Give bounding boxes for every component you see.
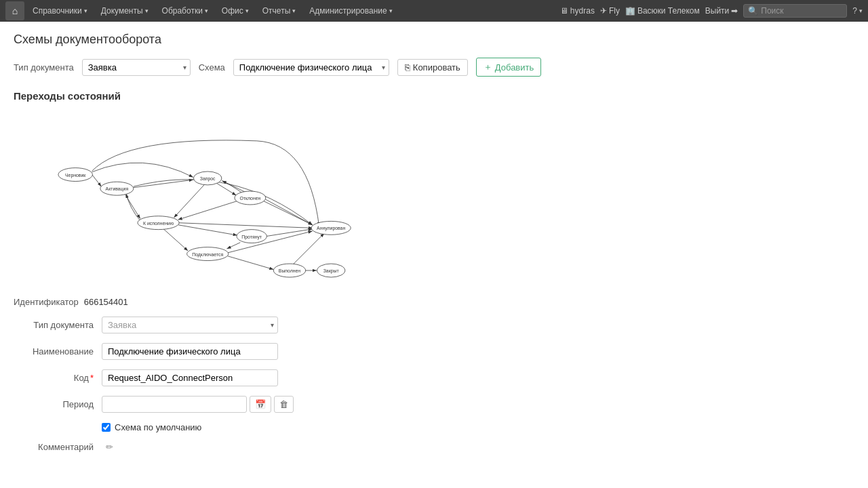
form-comment-label: Комментарий <box>14 442 102 452</box>
nav-item-admin[interactable]: Администрирование ▾ <box>304 3 397 18</box>
svg-text:Протянут: Протянут <box>241 235 262 240</box>
search-icon: 🔍 <box>748 6 758 16</box>
chevron-down-icon: ▾ <box>859 7 863 14</box>
doc-type-select[interactable]: Заявка <box>82 59 191 76</box>
svg-line-6 <box>222 181 313 225</box>
nav-vasuky[interactable]: 🏢 Васюки Телеком <box>625 6 700 16</box>
svg-line-12 <box>226 243 240 249</box>
chevron-down-icon: ▾ <box>84 7 87 14</box>
form-doc-type-row: Тип документа Заявка ▾ <box>14 317 854 333</box>
default-schema-checkbox[interactable] <box>102 423 111 432</box>
svg-line-14 <box>227 256 273 270</box>
exit-icon: ➡ <box>731 6 738 16</box>
form-comment-row: Комментарий ✏ <box>14 442 854 452</box>
svg-text:Отклонен: Отклонен <box>239 196 260 201</box>
diagram-section: Переходы состояний <box>14 90 854 286</box>
page-title: Схемы документооборота <box>14 33 854 47</box>
diagram-title: Переходы состояний <box>14 90 854 102</box>
help-button[interactable]: ? ▾ <box>852 6 863 16</box>
nav-item-office[interactable]: Офис ▾ <box>216 3 254 18</box>
doc-type-select-wrap: Заявка ▾ <box>82 59 191 76</box>
calendar-button[interactable]: 📅 <box>250 396 271 413</box>
search-box[interactable]: 🔍 <box>743 4 847 18</box>
copy-button[interactable]: ⎘ Копировать <box>397 59 468 76</box>
main-content: Схемы документооборота Тип документа Зая… <box>0 22 868 472</box>
add-button[interactable]: ＋ Добавить <box>476 58 541 77</box>
svg-line-11 <box>178 223 313 228</box>
form-doc-type-select[interactable]: Заявка <box>102 317 278 333</box>
company-icon: 🏢 <box>625 6 635 16</box>
monitor-icon: 🖥 <box>560 6 568 16</box>
navbar-right: 🖥 hydras ✈ Fly 🏢 Васюки Телеком Выйти ➡ … <box>560 4 863 18</box>
svg-line-9 <box>178 225 237 235</box>
schema-select[interactable]: Подключение физического лица <box>233 59 389 76</box>
copy-icon: ⎘ <box>405 62 410 73</box>
chevron-down-icon: ▾ <box>292 7 296 14</box>
nav-item-proc[interactable]: Обработки ▾ <box>157 3 214 18</box>
form-section: Идентификатор 666154401 Тип документа За… <box>14 297 854 452</box>
nav-item-reports[interactable]: Отчеты ▾ <box>257 3 301 18</box>
nav-fly[interactable]: ✈ Fly <box>600 6 620 16</box>
svg-line-7 <box>266 199 313 224</box>
form-period-row: Период 📅 🗑 <box>14 396 854 413</box>
clear-period-button[interactable]: 🗑 <box>274 396 294 413</box>
period-wrap: 📅 🗑 <box>102 396 294 413</box>
form-code-row: Код <box>14 369 854 386</box>
form-period-label: Период <box>14 399 102 409</box>
id-label: Идентификатор <box>14 297 79 307</box>
schema-select-wrap: Подключение физического лица ▾ <box>233 59 389 76</box>
chevron-down-icon: ▾ <box>145 7 149 14</box>
plane-icon: ✈ <box>600 6 607 16</box>
form-name-label: Наименование <box>14 346 102 357</box>
svg-line-1 <box>92 175 102 187</box>
svg-text:Запрос: Запрос <box>200 176 216 182</box>
svg-text:Активация: Активация <box>106 186 129 192</box>
form-code-input[interactable] <box>102 369 278 386</box>
trash-icon: 🗑 <box>279 399 288 409</box>
default-schema-label[interactable]: Схема по умолчанию <box>115 422 201 432</box>
chevron-down-icon: ▾ <box>205 7 208 14</box>
plus-icon: ＋ <box>484 61 492 73</box>
form-doc-type-wrap: Заявка ▾ <box>102 317 278 333</box>
state-diagram: Черновик Активация Запрос Отклонен К исп… <box>14 110 407 286</box>
nav-hydras[interactable]: 🖥 hydras <box>560 6 595 16</box>
id-value: 666154401 <box>84 297 128 307</box>
chevron-down-icon: ▾ <box>245 7 249 14</box>
nav-item-docs[interactable]: Документы ▾ <box>96 3 154 18</box>
default-schema-row: Схема по умолчанию <box>102 422 854 432</box>
svg-text:Подключается: Подключается <box>192 252 223 258</box>
svg-text:Черновик: Черновик <box>65 173 86 178</box>
svg-text:Закрыт: Закрыт <box>323 268 340 274</box>
svg-text:К исполнению: К исполнению <box>143 221 174 226</box>
toolbar: Тип документа Заявка ▾ Схема Подключение… <box>14 58 854 77</box>
svg-line-10 <box>163 229 188 251</box>
form-doc-type-label: Тип документа <box>14 320 102 330</box>
svg-line-3 <box>125 194 140 219</box>
home-icon: ⌂ <box>12 5 18 16</box>
svg-text:Аннулирован: Аннулирован <box>317 226 345 231</box>
edit-icon[interactable]: ✏ <box>106 442 113 452</box>
navbar: ⌂ Справочники ▾ Документы ▾ Обработки ▾ … <box>0 0 868 22</box>
form-code-label: Код <box>14 373 102 383</box>
schema-label: Схема <box>199 62 225 73</box>
home-button[interactable]: ⌂ <box>5 1 24 20</box>
calendar-icon: 📅 <box>255 399 266 409</box>
nav-item-ref[interactable]: Справочники ▾ <box>27 3 93 18</box>
svg-line-17 <box>292 233 324 265</box>
exit-button[interactable]: Выйти ➡ <box>705 6 738 16</box>
form-period-input[interactable] <box>102 396 247 413</box>
form-name-input[interactable] <box>102 343 278 360</box>
chevron-down-icon: ▾ <box>389 7 393 14</box>
id-row: Идентификатор 666154401 <box>14 297 854 307</box>
form-name-row: Наименование <box>14 343 854 360</box>
svg-text:Выполнен: Выполнен <box>279 268 301 273</box>
doc-type-label: Тип документа <box>14 62 74 73</box>
search-input[interactable] <box>761 6 842 16</box>
